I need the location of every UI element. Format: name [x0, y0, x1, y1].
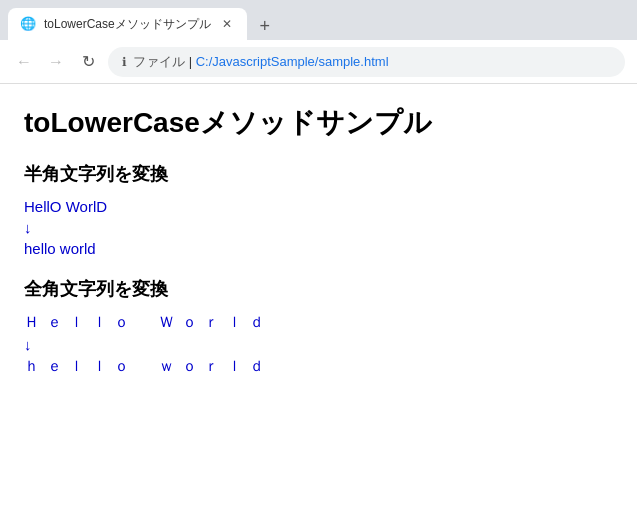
- address-separator: |: [189, 54, 196, 69]
- section2-arrow: ↓: [24, 336, 613, 353]
- file-label: ファイル: [133, 54, 185, 69]
- section1-heading: 半角文字列を変換: [24, 162, 613, 186]
- address-text: ファイル | C:/JavascriptSample/sample.html: [133, 53, 389, 71]
- address-field[interactable]: ℹ ファイル | C:/JavascriptSample/sample.html: [108, 47, 625, 77]
- tab-favicon-icon: 🌐: [20, 16, 36, 32]
- section-halfwidth: 半角文字列を変換 HellO WorlD ↓ hello world: [24, 162, 613, 257]
- reload-button[interactable]: ↻: [76, 50, 100, 74]
- section2-converted: ｈｅｌｌｏ ｗｏｒｌｄ: [24, 357, 613, 376]
- info-icon: ℹ: [122, 55, 127, 69]
- section2-original: Ｈｅｌｌｏ Ｗｏｒｌｄ: [24, 313, 613, 332]
- page-content: toLowerCaseメソッドサンプル 半角文字列を変換 HellO WorlD…: [0, 84, 637, 526]
- section1-original: HellO WorlD: [24, 198, 613, 215]
- section1-arrow: ↓: [24, 219, 613, 236]
- browser-window: 🌐 toLowerCaseメソッドサンプル ✕ + ← → ↻ ℹ ファイル |…: [0, 0, 637, 526]
- active-tab[interactable]: 🌐 toLowerCaseメソッドサンプル ✕: [8, 8, 247, 40]
- section-fullwidth: 全角文字列を変換 Ｈｅｌｌｏ Ｗｏｒｌｄ ↓ ｈｅｌｌｏ ｗｏｒｌｄ: [24, 277, 613, 376]
- address-url: C:/JavascriptSample/sample.html: [196, 54, 389, 69]
- address-bar: ← → ↻ ℹ ファイル | C:/JavascriptSample/sampl…: [0, 40, 637, 84]
- tab-close-button[interactable]: ✕: [219, 16, 235, 32]
- tab-title: toLowerCaseメソッドサンプル: [44, 16, 211, 33]
- forward-button[interactable]: →: [44, 50, 68, 74]
- section2-heading: 全角文字列を変換: [24, 277, 613, 301]
- tab-bar: 🌐 toLowerCaseメソッドサンプル ✕ +: [0, 0, 637, 40]
- page-title: toLowerCaseメソッドサンプル: [24, 104, 613, 142]
- new-tab-button[interactable]: +: [251, 12, 279, 40]
- section1-converted: hello world: [24, 240, 613, 257]
- back-button[interactable]: ←: [12, 50, 36, 74]
